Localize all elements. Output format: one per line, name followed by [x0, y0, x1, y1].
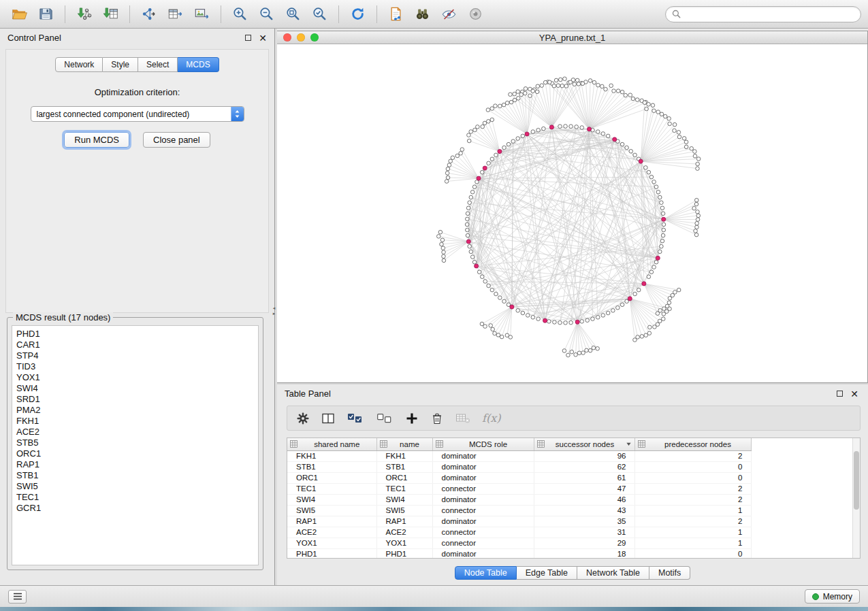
table-row[interactable]: STB1STB1dominator620 — [287, 461, 751, 472]
delete-row-button[interactable] — [430, 410, 444, 427]
column-header-successor-nodes[interactable]: successor nodes — [534, 438, 634, 450]
table-cell[interactable]: 29 — [534, 538, 634, 548]
table-cell[interactable]: 62 — [534, 461, 634, 472]
column-header-shared-name[interactable]: shared name — [287, 438, 376, 450]
table-cell[interactable]: 46 — [534, 494, 634, 505]
mcds-result-item[interactable]: RAP1 — [16, 459, 254, 470]
mcds-result-item[interactable]: YOX1 — [16, 372, 254, 383]
table-row[interactable]: PHD1PHD1dominator180 — [287, 548, 751, 559]
table-cell[interactable]: RAP1 — [287, 516, 376, 527]
table-cell[interactable]: ORC1 — [376, 472, 432, 483]
close-panel-button[interactable]: Close panel — [143, 132, 210, 148]
table-cell[interactable]: 43 — [534, 505, 634, 516]
graphics-details-button[interactable] — [436, 3, 462, 25]
table-cell[interactable]: 0 — [634, 472, 751, 483]
table-cell[interactable]: YOX1 — [376, 538, 432, 548]
tab-node-table[interactable]: Node Table — [455, 566, 517, 580]
table-cell[interactable]: 0 — [634, 461, 751, 472]
mcds-result-list[interactable]: PHD1CAR1STP4TID3YOX1SWI4SRD1PMA2FKH1ACE2… — [12, 325, 259, 565]
table-row[interactable]: SWI4SWI4dominator462 — [287, 494, 751, 505]
table-cell[interactable]: ORC1 — [287, 472, 376, 483]
add-row-button[interactable] — [405, 410, 419, 427]
minimize-window-icon[interactable] — [297, 33, 305, 42]
import-table-button[interactable] — [98, 3, 123, 25]
table-cell[interactable]: ACE2 — [376, 527, 432, 538]
export-table-button[interactable] — [163, 3, 188, 25]
close-window-icon[interactable] — [283, 33, 291, 42]
export-network-button[interactable] — [136, 3, 161, 25]
mcds-result-item[interactable]: CAR1 — [16, 340, 254, 350]
table-cell[interactable]: SWI5 — [287, 505, 376, 516]
table-row[interactable]: YOX1YOX1connector291 — [287, 538, 751, 548]
table-cell[interactable]: PHD1 — [376, 548, 432, 559]
mcds-result-item[interactable]: FKH1 — [16, 416, 254, 427]
table-cell[interactable]: dominator — [432, 516, 534, 527]
table-row[interactable]: TEC1TEC1connector472 — [287, 483, 751, 494]
mcds-result-item[interactable]: SWI4 — [16, 383, 254, 394]
mcds-result-item[interactable]: PHD1 — [16, 329, 254, 340]
delete-table-button[interactable] — [455, 410, 470, 427]
tab-motifs[interactable]: Motifs — [649, 566, 690, 580]
network-window-titlebar[interactable]: YPA_prune.txt_1 — [277, 31, 867, 44]
function-button[interactable]: f(x) — [482, 410, 500, 427]
search-box[interactable] — [665, 6, 861, 22]
table-cell[interactable]: 2 — [634, 483, 751, 494]
refresh-layout-button[interactable] — [345, 3, 370, 25]
table-cell[interactable]: 1 — [634, 538, 751, 548]
mcds-result-item[interactable]: PMA2 — [16, 405, 254, 416]
table-cell[interactable]: STB1 — [376, 461, 432, 472]
splitter-grip[interactable]: ◂▸ — [271, 303, 277, 318]
tab-mcds[interactable]: MCDS — [178, 57, 219, 72]
column-header-MCDS-role[interactable]: MCDS role — [432, 438, 534, 450]
mcds-result-item[interactable]: SWI5 — [16, 481, 254, 492]
mcds-result-item[interactable]: SRD1 — [16, 394, 254, 405]
zoom-in-button[interactable] — [227, 3, 253, 25]
float-table-panel-icon[interactable] — [837, 391, 843, 397]
table-cell[interactable]: TEC1 — [376, 483, 432, 494]
table-cell[interactable]: 61 — [534, 472, 634, 483]
table-cell[interactable]: 1 — [634, 505, 751, 516]
table-cell[interactable]: FKH1 — [287, 450, 376, 461]
tab-network-table[interactable]: Network Table — [577, 566, 649, 580]
table-cell[interactable]: dominator — [432, 450, 534, 461]
table-cell[interactable]: FKH1 — [376, 450, 432, 461]
table-cell[interactable]: 2 — [634, 450, 751, 461]
table-cell[interactable]: 18 — [534, 548, 634, 559]
zoom-fit-button[interactable] — [280, 3, 306, 25]
table-cell[interactable]: SWI4 — [287, 494, 376, 505]
network-canvas[interactable] — [277, 44, 867, 382]
table-cell[interactable]: 0 — [634, 548, 751, 559]
mcds-result-item[interactable]: STB5 — [16, 437, 254, 448]
table-cell[interactable]: 2 — [634, 516, 751, 527]
tab-select[interactable]: Select — [138, 57, 178, 72]
table-cell[interactable]: YOX1 — [287, 538, 376, 548]
run-mcds-button[interactable]: Run MCDS — [64, 132, 129, 148]
tab-style[interactable]: Style — [103, 57, 138, 72]
table-cell[interactable]: dominator — [432, 494, 534, 505]
share-document-button[interactable] — [383, 3, 408, 25]
table-row[interactable]: ORC1ORC1dominator610 — [287, 472, 751, 483]
mcds-result-item[interactable]: TEC1 — [16, 492, 254, 503]
settings-button[interactable] — [296, 410, 310, 427]
table-cell[interactable]: connector — [432, 505, 534, 516]
memory-button[interactable]: Memory — [805, 589, 860, 604]
zoom-out-button[interactable] — [254, 3, 279, 25]
table-cell[interactable]: ACE2 — [287, 527, 376, 538]
tab-edge-table[interactable]: Edge Table — [517, 566, 577, 580]
mcds-result-item[interactable]: ORC1 — [16, 448, 254, 459]
birds-eye-button[interactable] — [463, 3, 488, 25]
optimization-criterion-select[interactable]: largest connected component (undirected) — [31, 106, 244, 122]
table-cell[interactable]: 35 — [534, 516, 634, 527]
table-cell[interactable]: RAP1 — [376, 516, 432, 527]
search-input[interactable] — [684, 10, 854, 19]
table-row[interactable]: FKH1FKH1dominator962 — [287, 450, 751, 461]
table-row[interactable]: SWI5SWI5connector431 — [287, 505, 751, 516]
table-cell[interactable]: connector — [432, 483, 534, 494]
zoom-selected-button[interactable] — [307, 3, 332, 25]
table-scrollbar-thumb[interactable] — [854, 451, 859, 510]
save-session-button[interactable] — [33, 3, 59, 25]
table-cell[interactable]: 96 — [534, 450, 634, 461]
maximize-window-icon[interactable] — [310, 33, 319, 42]
find-button[interactable] — [410, 3, 435, 25]
table-cell[interactable]: dominator — [432, 548, 534, 559]
